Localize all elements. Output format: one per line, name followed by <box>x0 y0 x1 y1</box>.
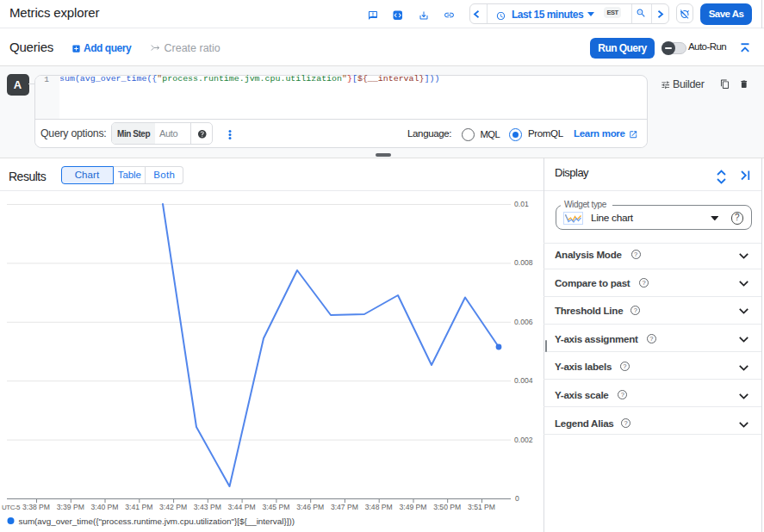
svg-text:3:49 PM: 3:49 PM <box>399 503 426 511</box>
svg-text:0.004: 0.004 <box>514 376 533 385</box>
svg-text:3:39 PM: 3:39 PM <box>57 503 84 511</box>
svg-text:3:41 PM: 3:41 PM <box>125 503 152 511</box>
svg-text:3:40 PM: 3:40 PM <box>90 503 118 511</box>
svg-text:3:44 PM: 3:44 PM <box>228 503 256 511</box>
svg-text:3:50 PM: 3:50 PM <box>433 503 461 511</box>
svg-text:UTC-5: UTC-5 <box>2 504 21 511</box>
svg-text:3:51 PM: 3:51 PM <box>468 503 495 511</box>
svg-text:0.008: 0.008 <box>514 258 533 267</box>
svg-text:0.006: 0.006 <box>514 318 533 326</box>
svg-text:3:48 PM: 3:48 PM <box>365 503 393 511</box>
svg-text:sum(avg_over_time({"process.ru: sum(avg_over_time({"process.runtime.jvm.… <box>19 517 295 526</box>
svg-text:0.002: 0.002 <box>514 436 533 444</box>
svg-text:3:38 PM: 3:38 PM <box>22 503 50 511</box>
svg-text:3:43 PM: 3:43 PM <box>194 503 221 511</box>
svg-text:3:46 PM: 3:46 PM <box>296 503 324 511</box>
svg-text:3:47 PM: 3:47 PM <box>331 503 358 511</box>
svg-text:0: 0 <box>515 494 519 503</box>
svg-text:3:45 PM: 3:45 PM <box>262 503 289 511</box>
svg-text:3:42 PM: 3:42 PM <box>159 503 187 511</box>
svg-text:0.01: 0.01 <box>514 200 529 208</box>
